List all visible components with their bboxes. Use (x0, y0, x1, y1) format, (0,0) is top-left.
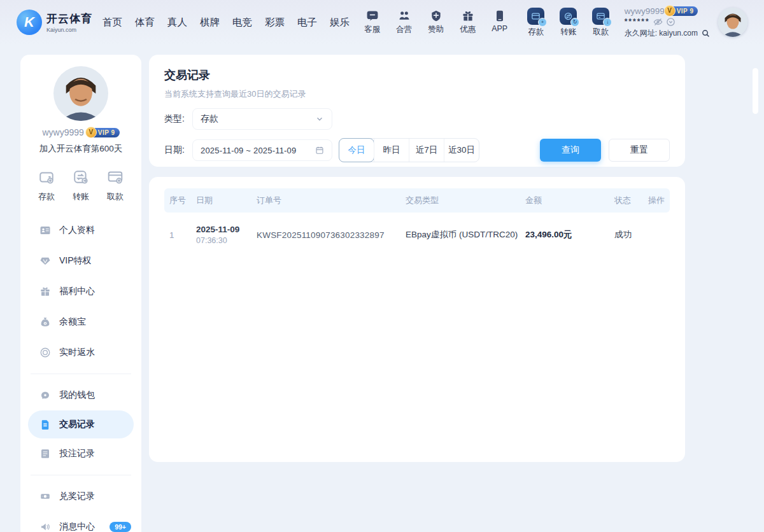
sidebar-item-label: 实时返水 (59, 347, 95, 358)
transactions-table: 序号 日期 订单号 交易类型 金额 状态 操作 1 2025-11-09 07:… (149, 177, 685, 462)
transfer-label: 转账 (560, 27, 576, 38)
tab-yesterday[interactable]: 昨日 (374, 139, 409, 162)
sidebar-withdraw-label: 取款 (107, 191, 124, 202)
menu-divider (31, 475, 131, 475)
deposit-card-icon: + (527, 8, 544, 25)
scrollbar-thumb[interactable] (753, 68, 758, 114)
customer-service-button[interactable]: 客服 (361, 10, 384, 35)
welfare-gift-icon (39, 286, 51, 297)
nav-entertainment[interactable]: 娱乐 (330, 16, 350, 29)
prize-record-icon (39, 491, 51, 502)
table-row: 1 2025-11-09 07:36:30 KWSF20251109073630… (164, 213, 670, 257)
sidebar-item-label: 个人资料 (59, 225, 95, 236)
membership-days-label: 加入开云体育第600天 (20, 143, 141, 155)
page-subtitle: 当前系统支持查询最近30日的交易记录 (164, 88, 670, 100)
query-button[interactable]: 查询 (540, 139, 601, 162)
sidebar-item-transactions[interactable]: 交易记录 (28, 410, 134, 438)
date-preset-tabs: 今日 昨日 近7日 近30日 (339, 138, 479, 162)
transaction-doc-icon (39, 419, 51, 430)
cell-date: 2025-11-09 07:36:30 (196, 225, 257, 245)
cell-type: EBpay虚拟币 (USDT/TRC20) (406, 229, 525, 241)
site-logo[interactable]: K 开云体育 Kaiyun.com (17, 10, 92, 35)
sponsor-icon (430, 10, 442, 22)
sidebar-quick-actions: 存款 转账 取款 (20, 169, 141, 202)
vip-diamond-icon (39, 255, 51, 267)
col-amount: 金额 (525, 195, 614, 206)
sidebar-item-rebate[interactable]: 实时返水 (20, 337, 141, 368)
user-avatar[interactable] (718, 8, 747, 37)
transfer-icon: ↻ (560, 8, 577, 25)
withdraw-card-icon: ↓ (592, 8, 609, 25)
sidebar-item-profile[interactable]: 个人资料 (20, 215, 141, 246)
nav-home[interactable]: 首页 (103, 16, 122, 29)
col-action: 操作 (648, 195, 665, 206)
deposit-label: 存款 (528, 27, 544, 38)
sidebar-item-wallet[interactable]: 我的钱包 (20, 380, 141, 410)
type-select-value: 存款 (201, 113, 218, 125)
tab-last-30-days[interactable]: 近30日 (444, 139, 479, 162)
nav-esports[interactable]: 电竞 (232, 16, 252, 29)
app-download-button[interactable]: APP (488, 10, 511, 35)
col-type: 交易类型 (406, 195, 525, 206)
sidebar-item-label: 交易记录 (59, 419, 95, 430)
cell-status: 成功 (614, 229, 648, 241)
sidebar-item-messages[interactable]: 消息中心 99+ (20, 512, 141, 532)
profile-avatar (53, 66, 108, 121)
partnership-button[interactable]: 合营 (393, 10, 416, 35)
withdraw-button[interactable]: ↓ 取款 (589, 8, 613, 38)
transfer-arrows-icon (73, 169, 89, 185)
sidebar-item-prize-records[interactable]: 兑奖记录 (20, 481, 141, 512)
profile-vip-emblem-icon: V (85, 127, 97, 138)
nav-board-games[interactable]: 棋牌 (200, 16, 220, 29)
cell-date-day: 2025-11-09 (196, 225, 257, 234)
profile-vip-level-label: VIP 9 (98, 129, 115, 136)
sidebar-item-welfare[interactable]: 福利中心 (20, 276, 141, 307)
sidebar-deposit-button[interactable]: 存款 (38, 169, 55, 202)
sidebar-transfer-button[interactable]: 转账 (73, 169, 89, 202)
vip-badge: V VIP 9 (668, 6, 698, 16)
sidebar-item-label: 余额宝 (59, 316, 86, 328)
sidebar-item-yuebao[interactable]: 余额宝 (20, 307, 141, 337)
profile-vip-badge: V VIP 9 (89, 128, 120, 137)
calendar-icon (315, 146, 324, 155)
partnership-label: 合营 (396, 24, 412, 35)
topbar-quick-icons: 客服 合营 赞助 优惠 APP (361, 10, 511, 35)
profile-username: wywy9999 (42, 127, 83, 137)
sponsor-button[interactable]: 赞助 (425, 10, 448, 35)
logo-subtitle: Kaiyun.com (46, 27, 92, 33)
date-range-input[interactable]: 2025-11-09 ~ 2025-11-09 (192, 139, 332, 161)
nav-live-casino[interactable]: 真人 (167, 16, 187, 29)
withdraw-badge-icon: ↓ (603, 18, 612, 27)
sidebar-withdraw-button[interactable]: 取款 (107, 169, 124, 202)
chevron-down-circle-icon[interactable] (666, 17, 676, 27)
type-select[interactable]: 存款 (192, 108, 332, 130)
promo-label: 优惠 (460, 24, 476, 35)
transfer-button[interactable]: ↻ 转账 (556, 8, 581, 38)
tab-today[interactable]: 今日 (339, 138, 374, 162)
eye-off-icon[interactable] (653, 17, 663, 27)
customer-service-label: 客服 (364, 24, 380, 35)
reset-button[interactable]: 重置 (609, 139, 670, 162)
sidebar-item-vip[interactable]: VIP特权 (20, 246, 141, 276)
topbar-money-icons: + 存款 ↻ 转账 ↓ 取款 (524, 8, 613, 38)
nav-sports[interactable]: 体育 (135, 16, 155, 29)
money-bag-icon (39, 316, 51, 328)
date-label: 日期: (164, 144, 192, 156)
nav-slots[interactable]: 电子 (297, 16, 317, 29)
sidebar-item-bet-records[interactable]: 投注记录 (20, 438, 141, 469)
sidebar-transfer-label: 转账 (73, 191, 89, 202)
deposit-button[interactable]: + 存款 (524, 8, 548, 38)
vip-emblem-icon: V (664, 5, 676, 17)
logo-icon: K (17, 10, 42, 35)
rebate-icon (39, 347, 51, 358)
username: wywy9999 (625, 6, 665, 16)
promo-button[interactable]: 优惠 (456, 10, 479, 35)
date-range-value: 2025-11-09 ~ 2025-11-09 (201, 146, 296, 155)
cell-index: 1 (169, 230, 196, 240)
nav-lottery[interactable]: 彩票 (265, 16, 285, 29)
search-icon[interactable] (701, 29, 711, 38)
tab-last-7-days[interactable]: 近7日 (409, 139, 444, 162)
sidebar-menu: 个人资料 VIP特权 福利中心 余额宝 实时返水 我的钱包 交易记录 (20, 215, 141, 532)
chevron-down-icon (315, 115, 324, 123)
withdraw-label: 取款 (593, 27, 609, 38)
